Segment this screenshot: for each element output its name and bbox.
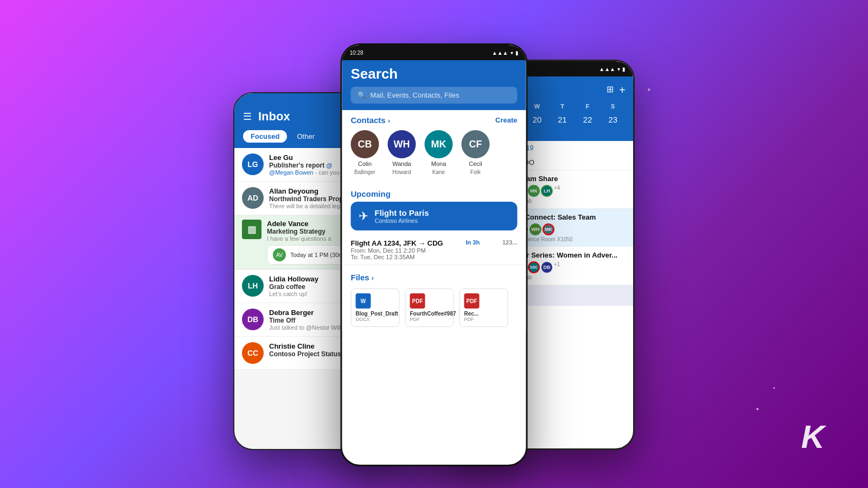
files-section: Files › W Blog_Post_Draft DOCX PDF Fourt… <box>342 265 526 330</box>
lastname-mona: Kane <box>432 169 445 175</box>
create-label[interactable]: Create <box>495 116 517 124</box>
contacts-label: Contacts › <box>351 115 391 125</box>
sender-lee-gu: Lee Gu <box>269 153 293 162</box>
name-cecil: Cecil <box>469 160 482 167</box>
avatar-debra: DB <box>242 309 264 330</box>
file-badge-pdf1: PDF <box>410 293 425 309</box>
name-colin: Colin <box>358 160 372 167</box>
phone-search: 10:28 ▲▲▲ ▾ ▮ Search 🔍 Mail, Events, Con… <box>341 43 528 466</box>
sender-christie-cline: Christie Cline <box>269 342 315 350</box>
battery-icon-right: ▮ <box>622 66 626 72</box>
flight-info: Flight to Paris Contoso Airlines <box>375 208 429 224</box>
flight-icon: ✈ <box>359 209 368 223</box>
flight-card[interactable]: ✈ Flight to Paris Contoso Airlines <box>351 202 518 230</box>
phones-container: 10:28 ▾ ▲▲▲ ▮ 🔴 ☰ Inbox Focused Other ⚡ … <box>190 22 678 466</box>
add-event-icon[interactable]: + <box>619 84 626 97</box>
contact-wanda[interactable]: WH Wanda Howard <box>388 130 416 175</box>
more-attendees-web: +4 <box>554 185 560 197</box>
status-time-middle: 10:28 <box>350 50 363 56</box>
sparkle-4: ✦ <box>773 386 776 390</box>
file-name-fourthcoffee: FourthCoffee#987 <box>410 311 449 317</box>
status-icons-middle: ▲▲▲ ▾ ▮ <box>492 50 519 56</box>
upcoming-section-header: Upcoming <box>342 184 526 202</box>
file-ext-fourthcoffee: PDF <box>410 317 449 322</box>
flight-subtitle: Contoso Airlines <box>375 217 429 224</box>
sender-allan: Allan Deyoung <box>269 187 318 195</box>
flight-detail[interactable]: Flight AA 1234, JFK → CDG In 3h 123... F… <box>342 235 526 265</box>
hamburger-icon[interactable]: ☰ <box>243 111 252 123</box>
file-badge-word: W <box>356 293 371 309</box>
search-bar[interactable]: 🔍 Mail, Events, Contacts, Files <box>351 87 518 104</box>
files-row: W Blog_Post_Draft DOCX PDF FourthCoffee#… <box>342 285 526 330</box>
date-21[interactable]: 21 <box>550 113 575 136</box>
search-icon: 🔍 <box>358 91 366 99</box>
upcoming-label: Upcoming <box>351 189 391 198</box>
date-23[interactable]: 23 <box>600 113 626 136</box>
notch-cutout-middle <box>412 45 456 55</box>
adele-icon: ▩ <box>242 220 261 239</box>
lastname-colin: Ballinger <box>354 169 375 175</box>
search-header: Search 🔍 Mail, Events, Contacts, Files <box>342 60 526 110</box>
avatar-wanda: WH <box>388 130 416 158</box>
name-mona: Mona <box>431 160 446 167</box>
notch-middle: 10:28 ▲▲▲ ▾ ▮ <box>342 45 526 60</box>
file-ext-rec: PDF <box>464 317 503 322</box>
day-wed: W <box>525 103 550 110</box>
wifi-icon-right: ▾ <box>617 66 620 72</box>
attendee-mk: MK <box>528 185 540 197</box>
flight-from: From: Mon, Dec 11 2:20 PM <box>351 247 518 254</box>
meeting-avatar: AV <box>273 248 286 261</box>
sparkle-3: ✦ <box>755 406 760 412</box>
avatar-lee-gu: LG <box>242 153 264 175</box>
battery-icon-middle: ▮ <box>515 50 519 56</box>
attendee-lh: LH <box>541 185 553 197</box>
flight-detail-title: Flight AA 1234, JFK → CDG In 3h 123... <box>351 239 518 247</box>
search-placeholder: Mail, Events, Contacts, Files <box>371 91 459 99</box>
inbox-title: Inbox <box>258 110 290 124</box>
wifi-icon-middle: ▾ <box>510 50 513 56</box>
sender-lidia: Lidia Holloway <box>269 275 318 283</box>
grid-view-icon[interactable]: ⊞ <box>607 84 614 97</box>
date-20[interactable]: 20 <box>525 113 550 136</box>
avatar-lidia: LH <box>242 275 264 297</box>
sender-adele: Adele Vance <box>267 220 309 228</box>
avatar-cecil: CF <box>462 130 490 158</box>
contact-colin[interactable]: CB Colin Ballinger <box>351 130 379 175</box>
contacts-section-header: Contacts › Create <box>342 110 526 128</box>
flight-to: To: Tue, Dec 12 3:35AM <box>351 254 518 260</box>
day-thu: T <box>550 103 575 110</box>
tab-other[interactable]: Other <box>291 130 320 143</box>
name-wanda: Wanda <box>392 160 411 167</box>
contact-mona[interactable]: MK Mona Kane <box>425 130 453 175</box>
avatar-colin: CB <box>351 130 379 158</box>
attendee-mk3: MK <box>528 261 540 273</box>
contact-cecil[interactable]: CF Cecil Folk <box>462 130 490 175</box>
contacts-row: CB Colin Ballinger WH Wanda Howard MK Mo… <box>342 128 526 182</box>
avatar-allan: AD <box>242 187 264 209</box>
file-name-rec: Rec... <box>464 311 503 317</box>
signal-icon-middle: ▲▲▲ <box>492 50 508 56</box>
flight-extra: 123... <box>502 239 518 247</box>
signal-icon-right: ▲▲▲ <box>599 66 615 72</box>
lastname-wanda: Howard <box>392 169 411 175</box>
contacts-section: Contacts › Create CB Colin Ballinger WH … <box>342 110 526 182</box>
tab-focused[interactable]: Focused <box>243 130 287 143</box>
file-badge-pdf2: PDF <box>464 293 480 309</box>
file-fourthcoffee[interactable]: PDF FourthCoffee#987 PDF <box>405 288 454 327</box>
avatar-mona: MK <box>425 130 453 158</box>
sender-debra: Debra Berger <box>269 309 314 317</box>
file-name-blog: Blog_Post_Draft <box>356 311 395 317</box>
files-section-header: Files › <box>342 267 526 285</box>
avatar-christie-cline: CC <box>242 342 264 364</box>
search-title: Search <box>351 66 518 82</box>
k-logo: K <box>801 418 825 455</box>
file-ext-blog: DOCX <box>356 317 395 322</box>
file-blog-post[interactable]: W Blog_Post_Draft DOCX <box>351 288 400 327</box>
cal-controls: ⊞ + <box>607 84 626 97</box>
lastname-cecil: Folk <box>470 169 481 175</box>
attendee-wh2: WH <box>529 223 541 235</box>
flight-route: Flight AA 1234, JFK → CDG <box>351 239 443 247</box>
flight-title: Flight to Paris <box>375 208 429 217</box>
date-22[interactable]: 22 <box>575 113 601 136</box>
file-rec[interactable]: PDF Rec... PDF <box>459 288 508 327</box>
